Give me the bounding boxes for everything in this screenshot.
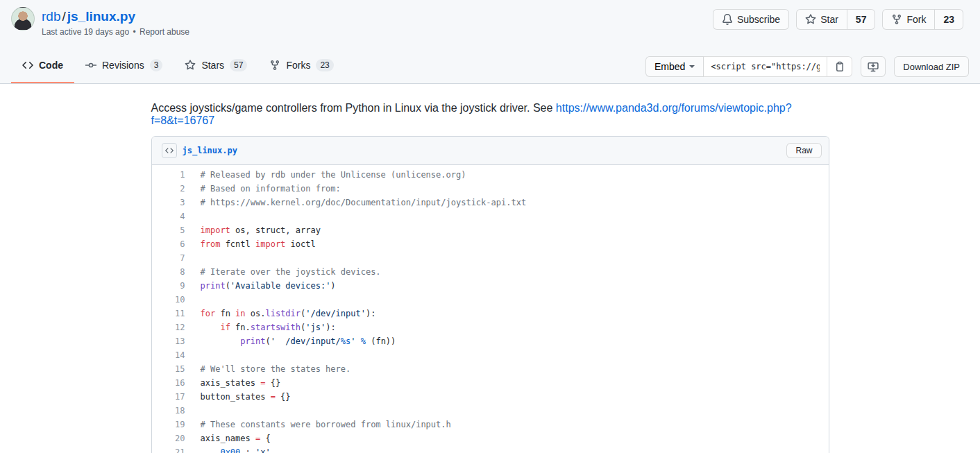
line-code: if fn.startswith('js'):	[185, 320, 336, 334]
line-number[interactable]: 10	[152, 293, 185, 307]
desktop-download-button[interactable]	[861, 56, 886, 77]
copy-button[interactable]	[827, 56, 852, 77]
fork-count[interactable]: 23	[935, 9, 963, 30]
line-code: # We'll store the states here.	[185, 362, 351, 376]
star-label: Star	[820, 14, 838, 25]
meta-dot: •	[131, 27, 137, 37]
code-line: 13 print(' /dev/input/%s' % (fn))	[152, 334, 829, 348]
embed-dropdown-button[interactable]: Embed	[645, 56, 704, 77]
line-code: # https://www.kernel.org/doc/Documentati…	[185, 196, 527, 210]
line-number[interactable]: 16	[152, 376, 185, 390]
code-line: 2# Based on information from:	[152, 182, 829, 196]
line-code: # Based on information from:	[185, 182, 341, 196]
line-number[interactable]: 4	[152, 210, 185, 223]
code-line: 11for fn in os.listdir('/dev/input'):	[152, 307, 829, 320]
line-number[interactable]: 12	[152, 320, 185, 334]
line-code: for fn in os.listdir('/dev/input'):	[185, 307, 376, 320]
stars-count-badge: 57	[230, 59, 247, 71]
line-number[interactable]: 13	[152, 334, 185, 348]
line-number[interactable]: 11	[152, 307, 185, 320]
clipboard-copy-icon	[834, 61, 845, 72]
code-line: 17button_states = {}	[152, 390, 829, 404]
file-name-link[interactable]: js_linux.py	[183, 146, 237, 155]
file-box: js_linux.py Raw 1# Released by rdb under…	[151, 136, 829, 453]
line-code: # These constants were borrowed from lin…	[185, 418, 451, 431]
file-header: js_linux.py Raw	[152, 137, 829, 165]
owner-link[interactable]: rdb	[42, 9, 60, 24]
line-code: print(' /dev/input/%s' % (fn))	[185, 334, 396, 348]
line-number[interactable]: 21	[152, 445, 185, 453]
subscribe-label: Subscribe	[737, 14, 780, 25]
code-line: 8# Iterate over the joystick devices.	[152, 265, 829, 279]
star-count[interactable]: 57	[847, 9, 876, 30]
gist-meta: Last active 19 days ago • Report abuse	[42, 27, 189, 37]
line-number[interactable]: 17	[152, 390, 185, 404]
code-line: 4	[152, 210, 829, 223]
fork-label: Fork	[906, 14, 926, 25]
line-number[interactable]: 7	[152, 251, 185, 265]
code-line: 14	[152, 348, 829, 362]
line-number[interactable]: 19	[152, 418, 185, 431]
fork-icon	[269, 60, 280, 71]
line-number[interactable]: 15	[152, 362, 185, 376]
embed-label: Embed	[654, 61, 685, 72]
tab-stars[interactable]: Stars 57	[174, 49, 258, 83]
line-number[interactable]: 3	[152, 196, 185, 210]
line-code	[185, 210, 201, 223]
code-line: 7	[152, 251, 829, 265]
gist-header: rdb/js_linux.py Last active 19 days ago …	[0, 0, 980, 49]
star-button-group: Star 57	[796, 9, 875, 30]
report-abuse-link[interactable]: Report abuse	[140, 27, 189, 37]
line-code	[185, 348, 201, 362]
line-code: import os, struct, array	[185, 223, 321, 237]
line-number[interactable]: 6	[152, 237, 185, 251]
star-icon	[185, 60, 196, 71]
embed-code-input[interactable]	[704, 56, 827, 77]
chevron-down-icon	[689, 65, 695, 68]
code-line: 18	[152, 404, 829, 418]
line-number[interactable]: 5	[152, 223, 185, 237]
fork-button[interactable]: Fork	[882, 9, 935, 30]
tab-revisions-label: Revisions	[102, 60, 144, 71]
last-active-text: Last active 19 days ago	[42, 27, 129, 37]
avatar[interactable]	[11, 7, 35, 31]
tab-revisions[interactable]: Revisions 3	[74, 49, 174, 83]
gist-top-section: rdb/js_linux.py Last active 19 days ago …	[0, 0, 980, 84]
line-code: print('Available devices:')	[185, 279, 336, 293]
line-code: # Iterate over the joystick devices.	[185, 265, 381, 279]
subscribe-button[interactable]: Subscribe	[713, 9, 789, 30]
file-code-icon	[162, 143, 177, 158]
main-content: Access joysticks/game controllers from P…	[151, 84, 829, 453]
code-line: 3# https://www.kernel.org/doc/Documentat…	[152, 196, 829, 210]
code-line: 6from fcntl import ioctl	[152, 237, 829, 251]
raw-button[interactable]: Raw	[786, 143, 821, 158]
line-number[interactable]: 2	[152, 182, 185, 196]
file-identity: js_linux.py	[159, 143, 237, 158]
line-code: from fcntl import ioctl	[185, 237, 316, 251]
star-button[interactable]: Star	[796, 9, 847, 30]
gist-toolbar: Embed Download ZIP	[645, 56, 969, 77]
tab-stars-label: Stars	[201, 60, 224, 71]
tabs: Code Revisions 3 Stars 57 Forks 23	[11, 49, 345, 83]
line-code: 0x00 : 'x',	[185, 445, 276, 453]
line-number[interactable]: 18	[152, 404, 185, 418]
line-number[interactable]: 8	[152, 265, 185, 279]
line-code	[185, 251, 201, 265]
gist-name-link[interactable]: js_linux.py	[67, 9, 135, 24]
line-number[interactable]: 14	[152, 348, 185, 362]
gist-description: Access joysticks/game controllers from P…	[151, 102, 829, 127]
code-icon	[22, 60, 33, 71]
tab-bar: Code Revisions 3 Stars 57 Forks 23 Embe	[0, 49, 980, 83]
title-separator: /	[60, 9, 67, 24]
line-number[interactable]: 1	[152, 168, 185, 182]
forks-count-badge: 23	[316, 59, 333, 71]
fork-button-group: Fork 23	[882, 9, 963, 30]
download-zip-button[interactable]: Download ZIP	[894, 56, 969, 77]
code-line: 20axis_names = {	[152, 431, 829, 445]
tab-forks[interactable]: Forks 23	[258, 49, 344, 83]
tab-code[interactable]: Code	[11, 49, 74, 83]
line-number[interactable]: 9	[152, 279, 185, 293]
line-code: # Released by rdb under the Unlicense (u…	[185, 168, 466, 182]
page-title: rdb/js_linux.py	[42, 7, 189, 25]
line-number[interactable]: 20	[152, 431, 185, 445]
